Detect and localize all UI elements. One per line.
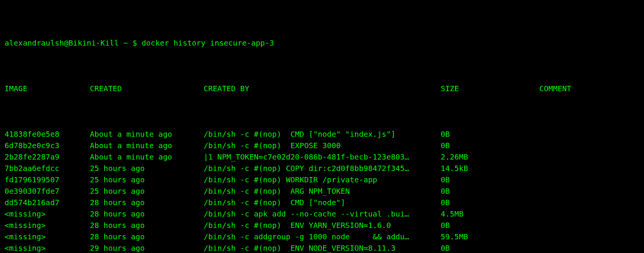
cell-image: <missing>: [5, 242, 90, 253]
cell-created-by: /bin/sh -c #(nop) COPY dir:c2d0f8bb98472…: [204, 163, 441, 174]
cell-created-by: /bin/sh -c #(nop) WORKDIR /private-app: [204, 174, 441, 185]
cell-created-by: /bin/sh -c #(nop) CMD ["node"]: [204, 197, 441, 208]
cell-size: 59.5MB: [441, 231, 539, 242]
table-row: <missing>29 hours ago/bin/sh -c #(nop) E…: [5, 242, 639, 253]
table-row: <missing>28 hours ago/bin/sh -c addgroup…: [5, 231, 639, 242]
cell-image: fd1796199507: [5, 174, 90, 185]
header-size: SIZE: [441, 83, 539, 94]
cell-created-by: /bin/sh -c #(nop) ARG NPM_TOKEN: [204, 185, 441, 197]
table-row: <missing>28 hours ago/bin/sh -c apk add …: [5, 208, 639, 220]
cell-created: 28 hours ago: [90, 231, 204, 242]
cell-image: <missing>: [5, 208, 90, 220]
table-row: <missing>28 hours ago/bin/sh -c #(nop) E…: [5, 220, 639, 231]
cell-created-by: /bin/sh -c addgroup -g 1000 node && addu…: [204, 231, 441, 242]
terminal[interactable]: alexandraulsh@Bikini-Kill ~ $ docker his…: [5, 3, 639, 253]
prompt-user-host: alexandraulsh@Bikini-Kill ~ $: [5, 37, 141, 49]
cell-comment: [539, 140, 639, 151]
cell-size: 4.5MB: [441, 208, 539, 220]
cell-image: 0e390307fde7: [5, 185, 90, 197]
cell-created: 28 hours ago: [90, 208, 204, 220]
cell-comment: [539, 163, 639, 174]
cell-size: 2.26MB: [441, 151, 539, 163]
cell-created-by: /bin/sh -c #(nop) ENV NODE_VERSION=8.11.…: [204, 242, 441, 253]
cell-comment: [539, 151, 639, 163]
table-row: dd574b216ad728 hours ago/bin/sh -c #(nop…: [5, 197, 639, 208]
prompt-line-1: alexandraulsh@Bikini-Kill ~ $ docker his…: [5, 37, 639, 49]
cell-created: 25 hours ago: [90, 174, 204, 185]
cell-size: 0B: [441, 220, 539, 231]
cell-created: 29 hours ago: [90, 242, 204, 253]
cell-created-by: /bin/sh -c apk add --no-cache --virtual …: [204, 208, 441, 220]
cell-image: dd574b216ad7: [5, 197, 90, 208]
table-row: 41838fe0e5e8About a minute ago/bin/sh -c…: [5, 128, 639, 140]
table-row: fd179619950725 hours ago/bin/sh -c #(nop…: [5, 174, 639, 185]
cell-size: 0B: [441, 128, 539, 140]
cell-image: 7bb2aa6efdcc: [5, 163, 90, 174]
cell-created-by: /bin/sh -c #(nop) ENV YARN_VERSION=1.6.0: [204, 220, 441, 231]
cell-created: 28 hours ago: [90, 197, 204, 208]
cell-size: 14.5kB: [441, 163, 539, 174]
header-image: IMAGE: [5, 83, 90, 94]
cell-created: About a minute ago: [90, 151, 204, 163]
cell-image: <missing>: [5, 231, 90, 242]
table-header-row: IMAGE CREATED CREATED BY SIZE COMMENT: [5, 83, 639, 94]
command-1: docker history insecure-app-3: [141, 37, 274, 49]
header-comment: COMMENT: [539, 83, 639, 94]
cell-image: <missing>: [5, 220, 90, 231]
cell-created-by: /bin/sh -c #(nop) CMD ["node" "index.js"…: [204, 128, 441, 140]
cell-size: 0B: [441, 174, 539, 185]
table-row: 7bb2aa6efdcc25 hours ago/bin/sh -c #(nop…: [5, 163, 639, 174]
cell-size: 0B: [441, 185, 539, 197]
cell-image: 6d78b2e0c9c3: [5, 140, 90, 151]
table-row: 0e390307fde725 hours ago/bin/sh -c #(nop…: [5, 185, 639, 197]
cell-created-by: /bin/sh -c #(nop) EXPOSE 3000: [204, 140, 441, 151]
cell-size: 0B: [441, 242, 539, 253]
table-row: 6d78b2e0c9c3About a minute ago/bin/sh -c…: [5, 140, 639, 151]
cell-comment: [539, 185, 639, 197]
cell-image: 2b28fe2287a9: [5, 151, 90, 163]
cell-created-by: |1 NPM_TOKEN=c7e02d20-086b-481f-becb-123…: [204, 151, 441, 163]
cell-created: About a minute ago: [90, 140, 204, 151]
header-created-by: CREATED BY: [204, 83, 441, 94]
cell-size: 0B: [441, 140, 539, 151]
cell-comment: [539, 231, 639, 242]
cell-comment: [539, 197, 639, 208]
cell-comment: [539, 128, 639, 140]
header-created: CREATED: [90, 83, 204, 94]
cell-created: About a minute ago: [90, 128, 204, 140]
cell-comment: [539, 220, 639, 231]
cell-comment: [539, 208, 639, 220]
cell-created: 28 hours ago: [90, 220, 204, 231]
cell-comment: [539, 174, 639, 185]
table-row: 2b28fe2287a9About a minute ago|1 NPM_TOK…: [5, 151, 639, 163]
cell-comment: [539, 242, 639, 253]
cell-size: 0B: [441, 197, 539, 208]
cell-image: 41838fe0e5e8: [5, 128, 90, 140]
cell-created: 25 hours ago: [90, 163, 204, 174]
cell-created: 25 hours ago: [90, 185, 204, 197]
